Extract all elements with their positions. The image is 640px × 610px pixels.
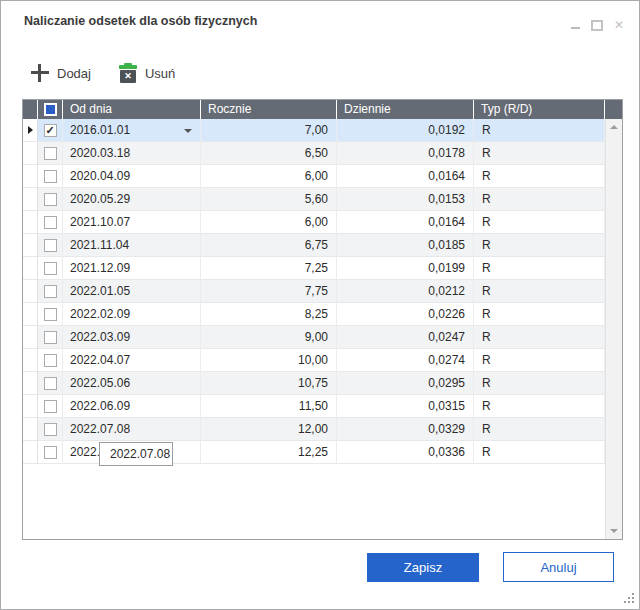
date-cell[interactable]: 2020.04.09 [63, 165, 201, 188]
type-cell[interactable]: R [474, 280, 605, 303]
daily-cell[interactable]: 0,0329 [337, 418, 474, 441]
yearly-cell[interactable]: 9,00 [201, 326, 337, 349]
table-row[interactable]: ✓2016.01.017,000,0192R [23, 119, 605, 142]
table-row[interactable]: 2022.06.0911,500,0315R [23, 395, 605, 418]
yearly-cell[interactable]: 10,75 [201, 372, 337, 395]
row-checkbox[interactable] [44, 262, 57, 275]
row-select-cell[interactable] [38, 165, 63, 188]
daily-cell[interactable]: 0,0336 [337, 441, 474, 464]
row-checkbox[interactable] [44, 446, 57, 459]
type-cell[interactable]: R [474, 119, 605, 142]
column-header-dziennie[interactable]: Dziennie [337, 100, 474, 119]
table-row[interactable]: 2021.11.046,750,0185R [23, 234, 605, 257]
cancel-button[interactable]: Anuluj [503, 552, 614, 582]
yearly-cell[interactable]: 6,00 [201, 211, 337, 234]
close-button[interactable]: ✕ [612, 18, 626, 32]
table-row[interactable]: 2022.01.057,750,0212R [23, 280, 605, 303]
type-cell[interactable]: R [474, 211, 605, 234]
column-header-typ[interactable]: Typ (R/D) [474, 100, 605, 119]
table-row[interactable]: 2022.2022.07.0812,250,0336R [23, 441, 605, 464]
row-checkbox[interactable] [44, 147, 57, 160]
type-cell[interactable]: R [474, 165, 605, 188]
type-cell[interactable]: R [474, 441, 605, 464]
table-row[interactable]: 2022.02.098,250,0226R [23, 303, 605, 326]
row-select-cell[interactable] [38, 257, 63, 280]
row-select-cell[interactable] [38, 211, 63, 234]
daily-cell[interactable]: 0,0153 [337, 188, 474, 211]
date-cell[interactable]: 2022.06.09 [63, 395, 201, 418]
type-cell[interactable]: R [474, 395, 605, 418]
row-select-cell[interactable] [38, 142, 63, 165]
type-cell[interactable]: R [474, 188, 605, 211]
row-checkbox[interactable] [44, 216, 57, 229]
date-cell[interactable]: 2020.05.29 [63, 188, 201, 211]
row-checkbox[interactable] [44, 285, 57, 298]
daily-cell[interactable]: 0,0315 [337, 395, 474, 418]
yearly-cell[interactable]: 7,25 [201, 257, 337, 280]
row-select-cell[interactable] [38, 188, 63, 211]
row-select-cell[interactable] [38, 395, 63, 418]
minimize-button[interactable] [568, 18, 582, 32]
daily-cell[interactable]: 0,0226 [337, 303, 474, 326]
row-select-cell[interactable] [38, 303, 63, 326]
yearly-cell[interactable]: 12,25 [201, 441, 337, 464]
table-row[interactable]: 2021.12.097,250,0199R [23, 257, 605, 280]
row-checkbox[interactable] [44, 377, 57, 390]
type-cell[interactable]: R [474, 372, 605, 395]
row-select-cell[interactable] [38, 234, 63, 257]
daily-cell[interactable]: 0,0212 [337, 280, 474, 303]
table-row[interactable]: 2022.05.0610,750,0295R [23, 372, 605, 395]
row-select-cell[interactable]: ✓ [38, 119, 63, 142]
row-checkbox[interactable] [44, 354, 57, 367]
row-select-cell[interactable] [38, 418, 63, 441]
date-cell[interactable]: 2022.03.09 [63, 326, 201, 349]
maximize-button[interactable] [590, 18, 604, 32]
header-checkbox-cell[interactable] [38, 100, 63, 119]
row-checkbox[interactable] [44, 308, 57, 321]
daily-cell[interactable]: 0,0199 [337, 257, 474, 280]
table-row[interactable]: 2022.07.0812,000,0329R [23, 418, 605, 441]
row-select-cell[interactable] [38, 441, 63, 464]
row-checkbox[interactable]: ✓ [44, 124, 57, 137]
date-cell[interactable]: 2022.02.09 [63, 303, 201, 326]
table-row[interactable]: 2020.05.295,600,0153R [23, 188, 605, 211]
table-row[interactable]: 2022.04.0710,000,0274R [23, 349, 605, 372]
row-checkbox[interactable] [44, 239, 57, 252]
date-cell[interactable]: 2022.07.08 [63, 418, 201, 441]
date-dropdown-icon[interactable] [184, 129, 192, 133]
vertical-scrollbar[interactable] [605, 119, 622, 539]
daily-cell[interactable]: 0,0295 [337, 372, 474, 395]
table-row[interactable]: 2020.03.186,500,0178R [23, 142, 605, 165]
daily-cell[interactable]: 0,0164 [337, 211, 474, 234]
row-select-cell[interactable] [38, 280, 63, 303]
table-row[interactable]: 2022.03.099,000,0247R [23, 326, 605, 349]
date-cell[interactable]: 2021.11.04 [63, 234, 201, 257]
yearly-cell[interactable]: 6,75 [201, 234, 337, 257]
table-row[interactable]: 2020.04.096,000,0164R [23, 165, 605, 188]
resize-grip[interactable] [624, 593, 635, 604]
yearly-cell[interactable]: 6,00 [201, 165, 337, 188]
yearly-cell[interactable]: 7,00 [201, 119, 337, 142]
row-checkbox[interactable] [44, 193, 57, 206]
daily-cell[interactable]: 0,0185 [337, 234, 474, 257]
column-header-rocznie[interactable]: Rocznie [201, 100, 337, 119]
type-cell[interactable]: R [474, 418, 605, 441]
date-cell[interactable]: 2021.12.09 [63, 257, 201, 280]
date-cell[interactable]: 2022.05.06 [63, 372, 201, 395]
type-cell[interactable]: R [474, 349, 605, 372]
row-checkbox[interactable] [44, 170, 57, 183]
delete-button[interactable]: ✕ Usuń [119, 63, 175, 83]
date-editor-tooltip[interactable]: 2022.07.08 [99, 442, 173, 466]
scroll-up-icon[interactable] [610, 125, 618, 129]
daily-cell[interactable]: 0,0192 [337, 119, 474, 142]
table-row[interactable]: 2021.10.076,000,0164R [23, 211, 605, 234]
column-header-od-dnia[interactable]: Od dnia [63, 100, 201, 119]
date-cell[interactable]: 2022.2022.07.08 [63, 441, 201, 464]
yearly-cell[interactable]: 5,60 [201, 188, 337, 211]
yearly-cell[interactable]: 7,75 [201, 280, 337, 303]
select-all-checkbox[interactable] [44, 103, 57, 116]
row-select-cell[interactable] [38, 326, 63, 349]
daily-cell[interactable]: 0,0247 [337, 326, 474, 349]
date-cell[interactable]: 2016.01.01 [63, 119, 201, 142]
yearly-cell[interactable]: 8,25 [201, 303, 337, 326]
